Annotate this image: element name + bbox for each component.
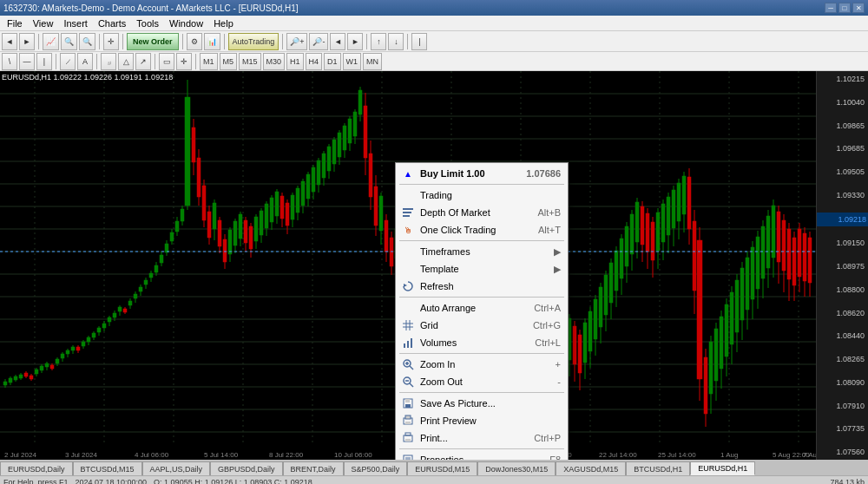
zoom-out-tb[interactable]: 🔍 [79,33,95,50]
svg-rect-149 [280,196,284,219]
menu-help[interactable]: Help [208,17,239,29]
period-sep[interactable]: | [411,33,427,50]
svg-rect-379 [405,439,411,441]
scroll-left[interactable]: ◄ [330,33,345,50]
draw-vline[interactable]: | [36,53,52,70]
new-chart-button[interactable]: 📈 [43,33,59,50]
draw-shape[interactable]: △ [118,53,134,70]
svg-rect-101 [155,265,158,272]
tab-btcusd-m15[interactable]: BTCUSDd,M15 [73,461,142,475]
tab-dowjones-m15[interactable]: DowJones30,M15 [477,461,556,475]
indicators-button[interactable]: 📊 [204,33,220,50]
price-label: 1.08975 [817,260,868,272]
ctx-zoom-out[interactable]: Zoom Out - [396,373,568,390]
ctx-zoom-in[interactable]: Zoom In + [396,356,568,373]
tab-sp500-daily[interactable]: S&P500,Daily [344,461,408,475]
tab-eurusd-h1[interactable]: EURUSDd,H1 [690,461,755,475]
ctx-aa-shortcut: Ctrl+A [534,303,561,313]
ctx-depth-of-market[interactable]: Depth Of Market Alt+B [396,204,568,221]
menu-tools[interactable]: Tools [131,17,164,29]
ctx-sep5 [399,392,564,393]
draw-hline[interactable]: — [19,53,35,70]
svg-rect-71 [76,347,80,350]
chart-up[interactable]: ↑ [371,33,386,50]
svg-rect-169 [332,140,336,164]
close-button[interactable]: ✕ [852,3,865,13]
chart-area[interactable]: EURUSDd,H1 1.09222 1.09226 1.09191 1.092… [0,71,868,460]
tab-aapl-daily[interactable]: AAPL,US,Daily [142,461,211,475]
draw-channel[interactable]: ⟋ [60,53,76,70]
ctx-volumes-shortcut: Ctrl+L [535,337,561,348]
ctx-auto-arrange[interactable]: Auto Arrange Ctrl+A [396,299,568,317]
scroll-right[interactable]: ► [347,33,363,50]
draw-arrow[interactable]: ↗ [135,53,151,70]
tab-xagusd-m15[interactable]: XAGUSDd,M15 [556,461,626,475]
svg-rect-269 [594,299,597,339]
ctx-one-click-trading[interactable]: 🖱 One Click Trading Alt+T [396,221,568,239]
price-label: 1.10040 [817,96,868,108]
tf-m1[interactable]: M1 [200,53,218,70]
svg-rect-181 [364,106,367,158]
draw-text[interactable]: A [77,53,93,70]
ctx-print[interactable]: Print... Ctrl+P [396,429,568,447]
svg-rect-283 [630,214,634,254]
experts-button[interactable]: ⚙ [187,33,202,50]
price-label: 1.07560 [817,446,868,458]
tf-m30[interactable]: M30 [263,53,286,70]
minimize-button[interactable]: ─ [825,3,837,13]
ctx-buy-limit[interactable]: ▲ Buy Limit 1.00 1.07686 [396,165,568,182]
new-order-button[interactable]: New Order [127,33,179,50]
tab-brent-daily[interactable]: BRENT,Daily [283,461,344,475]
zoom-out2[interactable]: 🔎- [309,33,328,50]
tf-d1[interactable]: D1 [324,53,341,70]
tab-eurusd-m15[interactable]: EURUSDd,M15 [407,461,477,475]
svg-rect-95 [139,287,142,291]
svg-rect-75 [87,337,90,342]
forward-button[interactable]: ► [19,33,35,50]
svg-rect-185 [374,186,378,226]
back-button[interactable]: ◄ [2,33,17,50]
tf-m15[interactable]: M15 [239,53,261,70]
tab-eurusd-daily[interactable]: EURUSDd,Daily [0,461,73,475]
tf-h1[interactable]: H1 [286,53,304,70]
draw-rect[interactable]: ▭ [159,53,174,70]
ctx-save-label: Save As Picture... [420,398,496,409]
crosshair-button[interactable]: ✛ [103,33,119,50]
chart-down[interactable]: ↓ [388,33,404,50]
menu-window[interactable]: Window [164,17,208,29]
menu-view[interactable]: View [28,17,59,29]
maximize-button[interactable]: □ [838,3,851,13]
tf-m5[interactable]: M5 [220,53,238,70]
draw-fib[interactable]: ⟓ [101,53,116,70]
draw-line[interactable]: \ [2,53,17,70]
ctx-refresh[interactable]: Refresh [396,278,568,295]
ctx-volumes[interactable]: Volumes Ctrl+L [396,334,568,351]
svg-rect-372 [405,404,411,408]
ctx-timeframes[interactable]: Timeframes ▶ [396,243,568,260]
ctx-trading[interactable]: Trading [396,186,568,204]
ctx-grid[interactable]: Grid Ctrl+G [396,317,568,334]
ctx-sep6 [399,448,564,449]
tf-mn[interactable]: MN [363,53,382,70]
menu-file[interactable]: File [2,17,28,29]
svg-rect-97 [144,280,148,285]
zoom-in-tb[interactable]: 🔍 [61,33,77,50]
tab-gbpusd-daily[interactable]: GBPUSDd,Daily [210,461,283,475]
ctx-properties[interactable]: Properties... F8 [396,451,568,460]
ctx-print-preview[interactable]: Print Preview [396,412,568,429]
zoom-in2[interactable]: 🔎+ [286,33,307,50]
menu-charts[interactable]: Charts [93,17,131,29]
tab-btcusd-h1[interactable]: BTCUSDd,H1 [626,461,690,475]
svg-rect-125 [218,220,221,246]
tf-h4[interactable]: H4 [306,53,323,70]
svg-rect-187 [379,196,383,231]
cursor-mode[interactable]: ✛ [176,53,192,70]
ctx-refresh-label: Refresh [420,281,454,291]
autotrading-button[interactable]: AutoTrading [228,33,279,50]
menu-insert[interactable]: Insert [58,17,93,29]
ctx-template[interactable]: Template ▶ [396,260,568,278]
svg-rect-331 [756,237,760,289]
ctx-save-as-picture[interactable]: Save As Picture... [396,395,568,412]
menu-bar: File View Insert Charts Tools Window Hel… [0,16,868,31]
tf-w1[interactable]: W1 [343,53,362,70]
